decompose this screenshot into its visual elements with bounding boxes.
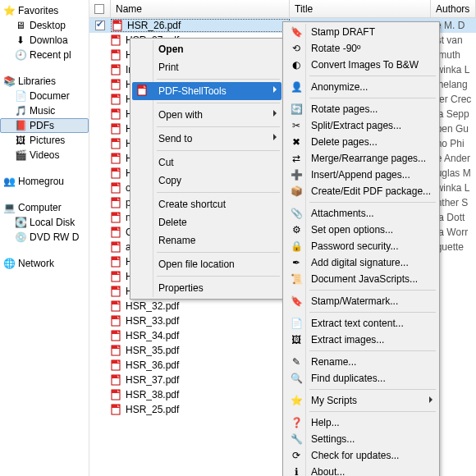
menu-separator bbox=[157, 79, 280, 80]
submenu-item[interactable]: 🔧Settings... bbox=[285, 431, 437, 447]
submenu-item[interactable]: ⭐My Scripts bbox=[285, 392, 437, 409]
pdf-file-icon bbox=[111, 256, 122, 268]
menu-item-label: PDF-ShellTools bbox=[158, 85, 227, 97]
column-headers: Name Title Authors bbox=[89, 0, 476, 18]
lock-icon: 🔒 bbox=[290, 240, 303, 253]
dup-icon: 🔍 bbox=[290, 372, 303, 385]
anon-icon: 👤 bbox=[290, 80, 303, 94]
submenu-arrow-icon bbox=[273, 86, 277, 93]
select-all-checkbox[interactable] bbox=[94, 4, 104, 14]
submenu-item[interactable]: 📦Create/Edit PDF package... bbox=[285, 183, 437, 199]
menu-item[interactable]: Copy bbox=[132, 172, 281, 190]
submenu-item[interactable]: 🖼Extract images... bbox=[285, 332, 437, 348]
menu-item[interactable]: PDF-ShellTools bbox=[132, 82, 281, 100]
menu-separator bbox=[309, 202, 436, 203]
download-icon: ⬇ bbox=[15, 34, 26, 46]
sidebar-item-pictures[interactable]: 🖼Pictures bbox=[0, 133, 89, 148]
attach-icon: 📎 bbox=[290, 207, 303, 220]
insert-icon: ➕ bbox=[290, 168, 303, 181]
submenu-item[interactable]: ✂Split/Extract pages... bbox=[285, 117, 437, 134]
pdf-file-icon bbox=[111, 389, 122, 400]
submenu-arrow-icon bbox=[273, 134, 277, 140]
submenu-item[interactable]: 👤Anonymize... bbox=[285, 79, 437, 95]
network-icon: 🌐 bbox=[3, 258, 15, 269]
submenu-item[interactable]: 📎Attachments... bbox=[285, 205, 437, 222]
file-checkbox[interactable] bbox=[95, 21, 105, 30]
sidebar-item-music[interactable]: 🎵Music bbox=[0, 103, 89, 118]
sidebar-item-dvd[interactable]: 💿DVD RW D bbox=[0, 230, 89, 245]
menu-item[interactable]: Open bbox=[132, 40, 281, 58]
js-icon: 📜 bbox=[290, 272, 303, 286]
submenu-item[interactable]: ⟲Rotate -90º bbox=[285, 40, 437, 57]
sidebar-item-recent[interactable]: 🕘Recent pl bbox=[0, 48, 89, 62]
submenu-item-label: Merge/Rearrange pages... bbox=[311, 153, 426, 164]
sidebar-item-documents[interactable]: 📄Documer bbox=[0, 89, 89, 103]
submenu-item[interactable]: 🔒Password security... bbox=[285, 238, 437, 254]
sidebar-item-pdfs[interactable]: 📕PDFs bbox=[0, 118, 89, 133]
network-section[interactable]: 🌐Network bbox=[0, 256, 89, 271]
submenu-item[interactable]: 📜Document JavaScripts... bbox=[285, 271, 437, 287]
submenu-item[interactable]: ✒Add digital signature... bbox=[285, 254, 437, 271]
submenu-item-label: Check for updates... bbox=[311, 450, 399, 461]
sidebar-item-desktop[interactable]: 🖥Desktop bbox=[0, 18, 89, 33]
libraries-icon: 📚 bbox=[3, 76, 15, 87]
file-name: HSR_32.pdf bbox=[126, 300, 179, 312]
submenu-item[interactable]: ⟳Check for updates... bbox=[285, 447, 437, 464]
sidebar-item-localdisk[interactable]: 💽Local Disk bbox=[0, 215, 89, 230]
submenu-item[interactable]: 📄Extract text content... bbox=[285, 315, 437, 332]
file-name: HSR_25.pdf bbox=[126, 404, 179, 415]
column-checkbox[interactable] bbox=[89, 0, 111, 17]
favorites-section[interactable]: ⭐Favorites bbox=[0, 3, 89, 18]
menu-item[interactable]: Delete bbox=[132, 213, 281, 231]
submenu-item[interactable]: ⇄Merge/Rearrange pages... bbox=[285, 150, 437, 167]
submenu-item-label: Anonymize... bbox=[311, 81, 368, 93]
submenu-item-label: Settings... bbox=[311, 433, 355, 445]
column-title[interactable]: Title bbox=[290, 0, 431, 17]
submenu-item[interactable]: ℹAbout... bbox=[285, 464, 437, 476]
computer-section[interactable]: 💻Computer bbox=[0, 200, 89, 215]
split-icon: ✂ bbox=[290, 119, 303, 132]
disk-icon: 💽 bbox=[15, 217, 26, 228]
menu-item[interactable]: Rename bbox=[132, 231, 281, 249]
menu-item[interactable]: Create shortcut bbox=[132, 195, 281, 213]
submenu-item[interactable]: ◐Convert Images To B&W bbox=[285, 57, 437, 73]
column-name[interactable]: Name bbox=[111, 0, 290, 17]
menu-item[interactable]: Print bbox=[132, 58, 281, 76]
homegroup-section[interactable]: 👥Homegrou bbox=[0, 174, 89, 189]
pdf-file-icon bbox=[111, 286, 122, 297]
menu-item[interactable]: Cut bbox=[132, 153, 281, 172]
menu-item-label: Rename bbox=[158, 235, 195, 246]
menu-item-label: Copy bbox=[158, 175, 181, 186]
computer-icon: 💻 bbox=[3, 202, 15, 213]
sidebar-item-downloads[interactable]: ⬇Downloa bbox=[0, 33, 89, 48]
menu-item[interactable]: Properties bbox=[132, 279, 281, 297]
submenu-item[interactable]: 🔄Rotate pages... bbox=[285, 101, 437, 117]
libraries-section[interactable]: 📚Libraries bbox=[0, 74, 89, 89]
submenu-item[interactable]: ⚙Set open options... bbox=[285, 222, 437, 238]
file-name: HSR_37.pdf bbox=[126, 374, 179, 386]
menu-item[interactable]: Open file location bbox=[132, 255, 281, 273]
menu-separator bbox=[309, 350, 436, 351]
context-menu: OpenPrintPDF-ShellToolsOpen withSend toC… bbox=[130, 38, 284, 300]
submenu-item[interactable]: ✎Rename... bbox=[285, 354, 437, 370]
merge-icon: ⇄ bbox=[290, 152, 303, 165]
submenu-item[interactable]: 🔍Find duplicates... bbox=[285, 370, 437, 387]
file-name: HSR_33.pdf bbox=[126, 315, 179, 327]
submenu-item[interactable]: ➕Insert/Append pages... bbox=[285, 167, 437, 183]
submenu-arrow-icon bbox=[273, 110, 277, 117]
submenu-item[interactable]: 🔖Stamp DRAFT bbox=[285, 24, 437, 40]
menu-item-label: Open with bbox=[158, 109, 203, 121]
submenu-item-label: Delete pages... bbox=[311, 136, 378, 148]
menu-item-label: Send to bbox=[158, 133, 192, 144]
menu-item[interactable]: Send to bbox=[132, 130, 281, 148]
bw-icon: ◐ bbox=[290, 58, 303, 71]
column-authors[interactable]: Authors bbox=[431, 0, 476, 17]
submenu-item[interactable]: 🔖Stamp/Watermark... bbox=[285, 293, 437, 309]
menu-item[interactable]: Open with bbox=[132, 106, 281, 124]
submenu-item[interactable]: ✖Delete pages... bbox=[285, 134, 437, 150]
submenu-item[interactable]: ❓Help... bbox=[285, 414, 437, 431]
sidebar-item-videos[interactable]: 🎬Videos bbox=[0, 148, 89, 162]
pdf-file-icon bbox=[111, 153, 122, 164]
menu-separator bbox=[309, 98, 436, 98]
submenu-item-label: Rename... bbox=[311, 356, 356, 368]
